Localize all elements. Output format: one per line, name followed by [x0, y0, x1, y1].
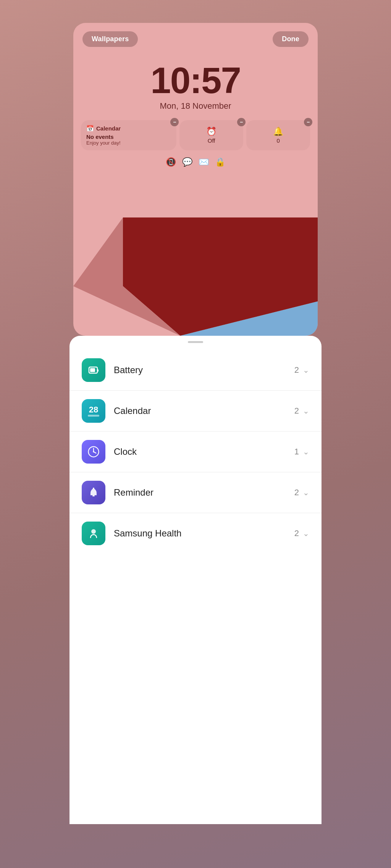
svg-rect-5: [97, 369, 99, 372]
message-icon: 💬: [182, 157, 192, 167]
clock-app-name: Clock: [114, 446, 294, 457]
calendar-widget-header: 📅 Calendar: [86, 125, 171, 132]
phone-container: Wallpapers Done 10:57 Mon, 18 November −…: [69, 23, 322, 824]
samsung-health-count: 2: [294, 528, 299, 538]
battery-chevron-icon: ⌄: [303, 366, 309, 375]
lockscreen-card: Wallpapers Done 10:57 Mon, 18 November −…: [73, 23, 318, 336]
reminder-app-name: Reminder: [114, 487, 294, 498]
calendar-app-icon: 28: [82, 399, 105, 423]
list-item[interactable]: Samsung Health 2 ⌄: [69, 513, 322, 554]
clock-chevron-icon: ⌄: [303, 447, 309, 456]
bottom-sheet: Battery 2 ⌄ 28 Calendar 2 ⌄: [69, 336, 322, 824]
alarm-widget-remove[interactable]: −: [237, 118, 246, 126]
clock-app-icon: [82, 440, 105, 464]
alarm-icon: ⏰: [206, 127, 217, 137]
calendar-icon-inner: 28: [88, 406, 99, 417]
calendar-chevron-icon: ⌄: [303, 406, 309, 415]
calendar-icon: 📅: [86, 125, 94, 132]
svg-rect-4: [90, 368, 95, 372]
list-item[interactable]: 28 Calendar 2 ⌄: [69, 391, 322, 432]
calendar-count: 2: [294, 406, 299, 416]
time-display: 10:57: [73, 62, 318, 99]
calendar-enjoy: Enjoy your day!: [86, 140, 171, 146]
calendar-widget[interactable]: − 📅 Calendar No events Enjoy your day!: [81, 120, 176, 150]
battery-app-name: Battery: [114, 365, 294, 375]
bell-icon: 🔔: [273, 127, 283, 137]
missed-call-icon: 📵: [166, 157, 176, 167]
svg-point-9: [93, 451, 94, 453]
calendar-app-name: Calendar: [114, 406, 294, 416]
alarm-widget[interactable]: − ⏰ Off: [179, 120, 243, 150]
notif-icons-row: 📵 💬 ✉️ 🔒: [73, 157, 318, 167]
list-item[interactable]: Clock 1 ⌄: [69, 432, 322, 472]
calendar-widget-title: Calendar: [96, 125, 121, 132]
svg-rect-10: [92, 495, 95, 496]
wallpapers-button[interactable]: Wallpapers: [82, 31, 138, 47]
list-item[interactable]: Reminder 2 ⌄: [69, 472, 322, 513]
notif-widget-remove[interactable]: −: [304, 118, 312, 126]
reminder-chevron-icon: ⌄: [303, 488, 309, 497]
svg-point-11: [93, 488, 94, 489]
list-item[interactable]: Battery 2 ⌄: [69, 350, 322, 391]
lockscreen-header: Wallpapers Done: [73, 23, 318, 51]
notif-count: 0: [276, 137, 280, 144]
date-display: Mon, 18 November: [73, 101, 318, 111]
calendar-widget-remove[interactable]: −: [170, 118, 179, 126]
email-icon: ✉️: [199, 157, 209, 167]
secure-icon: 🔒: [215, 157, 225, 167]
battery-count: 2: [294, 365, 299, 375]
alarm-label: Off: [208, 137, 215, 144]
battery-app-icon: [82, 358, 105, 382]
samsung-health-chevron-icon: ⌄: [303, 529, 309, 538]
done-button[interactable]: Done: [273, 31, 309, 47]
calendar-no-events: No events: [86, 134, 171, 140]
svg-point-12: [91, 529, 96, 534]
widgets-row: − 📅 Calendar No events Enjoy your day! −…: [81, 120, 310, 150]
samsung-health-app-name: Samsung Health: [114, 528, 294, 539]
wallpaper-shape: [73, 217, 318, 336]
samsung-health-app-icon: [82, 522, 105, 545]
lockscreen-time: 10:57 Mon, 18 November: [73, 62, 318, 111]
notification-widget[interactable]: − 🔔 0: [246, 120, 310, 150]
clock-count: 1: [294, 447, 299, 457]
reminder-app-icon: [82, 481, 105, 504]
bottom-sheet-handle: [188, 341, 203, 343]
reminder-count: 2: [294, 488, 299, 498]
